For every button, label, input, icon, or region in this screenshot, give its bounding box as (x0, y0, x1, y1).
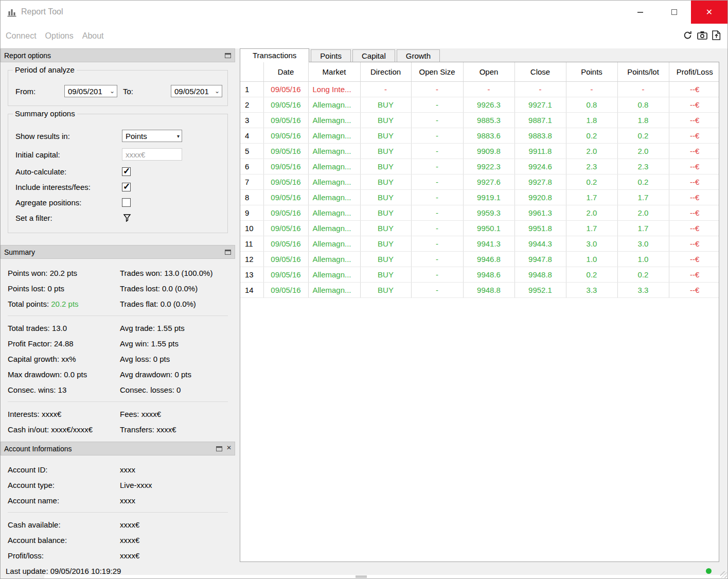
cell-date: 09/05/16 (263, 112, 308, 128)
close-button[interactable]: ✕ (691, 1, 727, 24)
refresh-icon[interactable] (683, 30, 693, 40)
cell-open-size: - (411, 205, 463, 220)
cell-points-lot: 1.7 (617, 220, 669, 236)
stat-label: Consec. wins: (8, 385, 56, 394)
stat-label: Avg loss: (120, 355, 151, 363)
float-panel-icon[interactable] (225, 250, 231, 255)
summary-stat: Points lost: 0 pts (8, 284, 120, 293)
transaction-row[interactable]: 13 09/05/16 Allemagn... BUY - 9948.6 994… (240, 267, 719, 282)
cell-market: Allemagn... (308, 97, 360, 112)
transaction-row[interactable]: 9 09/05/16 Allemagn... BUY - 9959.3 9961… (240, 205, 719, 220)
cell-open-size: - (411, 251, 463, 267)
stat-value: 24.88 (54, 339, 74, 348)
stat-label: Total points: (8, 300, 49, 308)
auto-calculate-checkbox[interactable] (122, 167, 131, 176)
from-date-select[interactable]: 09/05/201 ⌄ (64, 85, 117, 97)
transaction-row[interactable]: 8 09/05/16 Allemagn... BUY - 9919.1 9920… (240, 189, 719, 205)
col-header-direction[interactable]: Direction (360, 62, 411, 81)
scrollbar-thumb[interactable] (356, 575, 367, 578)
cell-date: 09/05/16 (263, 97, 308, 112)
period-groupbox: Period of analyze From: 09/05/201 ⌄ To: … (8, 70, 228, 106)
app-icon (7, 7, 17, 19)
stat-label: Profit Factor: (8, 339, 52, 348)
cell-open: 9927.6 (463, 174, 514, 189)
col-header-points[interactable]: Points (566, 62, 617, 81)
transaction-row[interactable]: 5 09/05/16 Allemagn... BUY - 9909.8 9911… (240, 143, 719, 159)
cell-close: 9927.8 (514, 174, 566, 189)
cell-open-size: - (411, 97, 463, 112)
summary-row: Capital growth: xx% Avg loss: 0 pts (8, 351, 228, 366)
float-panel-icon[interactable] (216, 446, 222, 451)
filter-icon[interactable] (123, 214, 131, 222)
tab[interactable]: Points (311, 49, 351, 62)
col-header-points-lot[interactable]: Points/lot (617, 62, 669, 81)
tab[interactable]: Growth (397, 49, 440, 62)
cell-market: Allemagn... (308, 267, 360, 282)
transaction-row[interactable]: 10 09/05/16 Allemagn... BUY - 9950.1 995… (240, 220, 719, 236)
transaction-row[interactable]: 1 09/05/16 Long Inte... - - - - - - --€ (240, 81, 719, 97)
float-panel-icon[interactable] (225, 53, 231, 58)
minimize-button[interactable] (623, 1, 657, 24)
menu-item[interactable]: About (82, 31, 104, 41)
cell-close: 9948.8 (514, 267, 566, 282)
summary-stat: Consec. losses: 0 (120, 385, 228, 394)
cell-market: Allemagn... (308, 159, 360, 174)
to-date-select[interactable]: 09/05/201 ⌄ (171, 85, 222, 97)
maximize-button[interactable] (657, 1, 691, 24)
close-panel-icon[interactable]: ✕ (226, 445, 232, 451)
initial-capital-input[interactable] (122, 148, 182, 161)
summary-row: Points lost: 0 pts Trades lost: 0.0 (0.0… (8, 280, 228, 296)
cell-open: 9885.3 (463, 112, 514, 128)
account-info-row: Account balance: xxxx€ (8, 532, 228, 548)
col-header-profit-loss[interactable]: Profit/Loss (669, 62, 719, 81)
camera-icon[interactable] (697, 31, 707, 40)
export-icon[interactable] (712, 30, 721, 40)
tab[interactable]: Capital (352, 49, 395, 62)
stat-value: 20.2 pts (51, 300, 78, 308)
cell-close: 9947.8 (514, 251, 566, 267)
summary-group-cash: Interests: xxxx€ Fees: xxxx€ Cash in/out… (8, 406, 228, 437)
show-results-select[interactable]: Points ▾ (122, 130, 182, 142)
include-fees-checkbox[interactable] (122, 183, 131, 191)
transaction-row[interactable]: 2 09/05/16 Allemagn... BUY - 9926.3 9927… (240, 97, 719, 112)
transaction-row[interactable]: 4 09/05/16 Allemagn... BUY - 9883.6 9883… (240, 128, 719, 143)
summary-body: Points won: 20.2 pts Trades won: 13.0 (1… (1, 259, 235, 439)
cell-points-lot: 0.8 (617, 97, 669, 112)
cell-profit-loss: --€ (669, 236, 719, 251)
menu-item[interactable]: Connect (6, 31, 37, 41)
transaction-row[interactable]: 12 09/05/16 Allemagn... BUY - 9946.8 994… (240, 251, 719, 267)
resize-grip[interactable] (720, 571, 727, 578)
transaction-row[interactable]: 14 09/05/16 Allemagn... BUY - 9948.8 995… (240, 282, 719, 297)
summary-stat: Trades flat: 0.0 (0.0%) (120, 300, 228, 308)
summary-stat: Transfers: xxxx€ (120, 425, 228, 434)
transactions-table: Date Market Direction Open Size Open Clo… (240, 62, 719, 298)
account-info-row: Account name: xxxx (8, 493, 228, 508)
window-controls: ✕ (623, 1, 727, 24)
col-header-date[interactable]: Date (263, 62, 308, 81)
cell-points-lot: 0.2 (617, 128, 669, 143)
stat-value: xx% (61, 355, 76, 363)
stat-label: Cash in/out: (8, 425, 49, 434)
stat-label: Points won: (8, 269, 48, 277)
menu-item[interactable]: Options (45, 31, 74, 41)
summary-group-points: Points won: 20.2 pts Trades won: 13.0 (1… (8, 265, 228, 311)
show-results-row: Show results in: Points ▾ (8, 127, 227, 145)
col-header-open-size[interactable]: Open Size (411, 62, 463, 81)
col-header-close[interactable]: Close (514, 62, 566, 81)
cell-points: 1.7 (566, 189, 617, 205)
transaction-row[interactable]: 11 09/05/16 Allemagn... BUY - 9941.3 994… (240, 236, 719, 251)
summary-stat: Avg loss: 0 pts (120, 355, 228, 363)
transaction-row[interactable]: 7 09/05/16 Allemagn... BUY - 9927.6 9927… (240, 174, 719, 189)
transaction-row[interactable]: 6 09/05/16 Allemagn... BUY - 9922.3 9924… (240, 159, 719, 174)
aggregate-checkbox[interactable] (122, 198, 131, 207)
cell-points-lot: 0.2 (617, 267, 669, 282)
transaction-row[interactable]: 3 09/05/16 Allemagn... BUY - 9885.3 9887… (240, 112, 719, 128)
col-header-open[interactable]: Open (463, 62, 514, 81)
horizontal-scrollbar[interactable] (44, 575, 727, 578)
stat-value: 0.0 (0.0%) (162, 284, 198, 293)
cell-market: Allemagn... (308, 236, 360, 251)
cell-open: 9883.6 (463, 128, 514, 143)
tab[interactable]: Transactions (240, 48, 309, 62)
cell-direction: BUY (360, 159, 411, 174)
col-header-market[interactable]: Market (308, 62, 360, 81)
